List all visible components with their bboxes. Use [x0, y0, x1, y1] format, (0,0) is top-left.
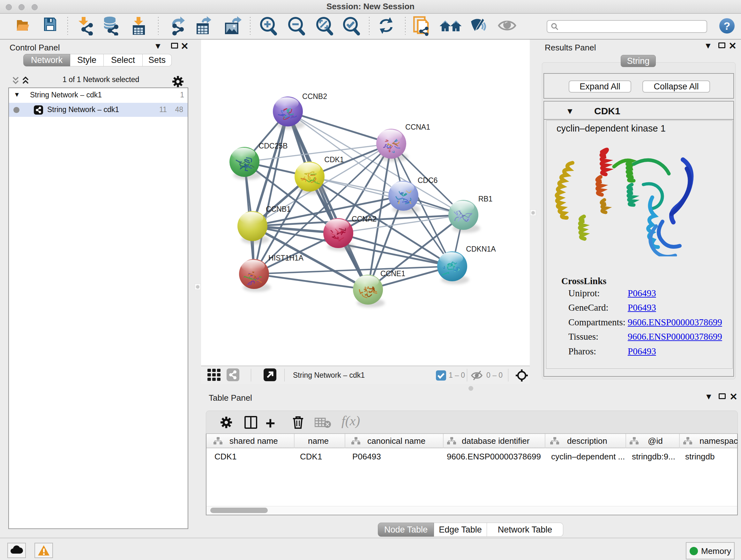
svg-text:CCNA2: CCNA2 [352, 215, 377, 223]
svg-text:CDC25B: CDC25B [259, 142, 288, 150]
svg-text:RB1: RB1 [478, 195, 493, 203]
svg-text:CCNB1: CCNB1 [266, 205, 291, 213]
svg-text:CDK1: CDK1 [324, 155, 344, 164]
svg-text:HIST1H1A: HIST1H1A [268, 254, 304, 262]
svg-text:CCNE1: CCNE1 [381, 269, 405, 278]
svg-text:CCNA1: CCNA1 [405, 123, 430, 131]
svg-text:CDC6: CDC6 [418, 176, 438, 185]
svg-text:CCNB2: CCNB2 [302, 92, 327, 101]
svg-text:CDKN1A: CDKN1A [466, 245, 496, 253]
